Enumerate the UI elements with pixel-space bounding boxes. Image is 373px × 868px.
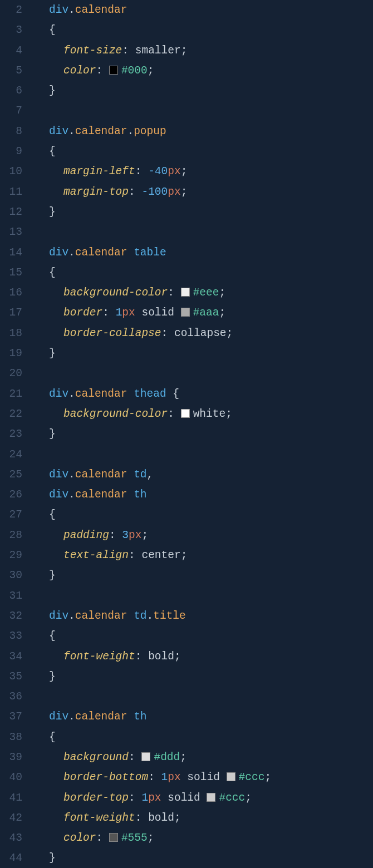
color-swatch [109,66,118,75]
token-punct: : [168,408,180,420]
code-line[interactable]: } [35,202,373,222]
code-line[interactable]: padding: 3px; [35,525,373,545]
code-line[interactable]: border-bottom: 1px solid #ccc; [35,767,373,787]
token-num: -40 [148,165,168,177]
line-number: 43 [0,828,22,848]
token-punct [135,307,142,319]
color-swatch [207,793,215,802]
code-line[interactable]: div.calendar th [35,485,373,505]
line-number: 20 [0,363,22,383]
line-number: 34 [0,647,22,667]
token-prop: color [63,65,96,77]
code-line[interactable]: } [35,848,373,868]
code-line[interactable]: div.calendar table [35,243,373,263]
token-punct: ; [225,408,232,420]
line-number: 10 [0,161,22,181]
token-prop: font-weight [63,650,135,663]
token-punct: . [147,610,154,622]
code-line[interactable]: font-size: smaller; [35,41,373,61]
code-editor-content[interactable]: div.calendar{font-size: smaller;color: #… [31,0,373,868]
token-punct: } [49,852,56,864]
code-line[interactable]: { [35,505,373,525]
token-cls: calendar [75,468,127,481]
code-line[interactable] [35,101,373,121]
token-punct: { [49,731,56,743]
code-line[interactable]: div.calendar td, [35,465,373,485]
token-punct [174,307,181,319]
code-line[interactable]: div.calendar.popup [35,121,373,141]
code-line[interactable]: div.calendar [35,0,373,20]
code-line[interactable]: color: #555; [35,828,373,848]
code-line[interactable]: } [35,81,373,101]
code-line[interactable]: background-color: white; [35,404,373,424]
token-punct: ; [219,307,225,319]
code-line[interactable]: margin-left: -40px; [35,161,373,181]
code-line[interactable]: } [35,424,373,444]
token-cls: calendar [75,610,127,622]
code-line[interactable]: color: #000; [35,61,373,81]
token-punct: : [129,549,141,561]
token-punct [127,246,134,259]
code-line[interactable]: } [35,667,373,687]
code-line[interactable]: } [35,565,373,585]
token-val: solid [187,771,220,783]
code-line[interactable]: { [35,727,373,747]
token-punct: ; [181,45,188,57]
code-line[interactable] [35,222,373,242]
code-line[interactable]: background: #ddd; [35,747,373,767]
code-line[interactable]: div.calendar td.title [35,606,373,626]
token-named: white [193,408,226,420]
token-punct: { [49,267,56,279]
token-tag: thead [134,388,166,400]
code-line[interactable] [35,445,373,465]
token-punct: , [147,468,154,481]
line-number: 30 [0,565,22,585]
code-line[interactable]: margin-top: -100px; [35,182,373,202]
token-val: smaller [135,45,181,57]
code-line[interactable] [35,363,373,383]
line-number: 3 [0,20,22,40]
code-line[interactable]: { [35,20,373,40]
code-line[interactable]: { [35,626,373,646]
code-line[interactable] [35,586,373,606]
line-number: 18 [0,323,22,343]
code-line[interactable]: { [35,263,373,283]
token-punct: ; [245,792,252,804]
token-unit: px [168,186,180,198]
token-unit: px [148,792,161,804]
line-number: 11 [0,182,22,202]
line-number: 31 [0,586,22,606]
code-line[interactable]: } [35,343,373,363]
line-number: 6 [0,81,22,101]
code-line[interactable]: background-color: #eee; [35,283,373,303]
code-line[interactable]: border-collapse: collapse; [35,323,373,343]
code-line[interactable]: div.calendar th [35,707,373,727]
line-number: 44 [0,848,22,868]
token-prop: margin-top [63,186,129,198]
token-punct: ; [181,186,188,198]
code-line[interactable]: font-weight: bold; [35,647,373,667]
token-prop: padding [63,529,109,541]
token-punct: : [135,650,148,663]
line-number: 9 [0,141,22,161]
token-num: 1 [161,771,168,783]
code-line[interactable]: border-top: 1px solid #ccc; [35,788,373,808]
line-number: 22 [0,404,22,424]
code-line[interactable]: { [35,141,373,161]
token-prop: font-size [63,45,122,57]
token-tag: div [49,468,68,481]
code-line[interactable]: border: 1px solid #aaa; [35,303,373,323]
code-line[interactable]: font-weight: bold; [35,808,373,828]
token-punct: ; [219,287,225,299]
token-num: -100 [141,186,168,198]
token-prop: background-color [63,287,168,299]
token-hex: #555 [121,832,148,844]
code-line[interactable]: text-align: center; [35,545,373,565]
code-line[interactable]: div.calendar thead { [35,384,373,404]
token-punct: { [166,388,179,400]
line-number: 24 [0,445,22,465]
token-tag: td [134,468,146,481]
token-punct: . [68,125,75,137]
line-number: 17 [0,303,22,323]
code-line[interactable] [35,687,373,707]
